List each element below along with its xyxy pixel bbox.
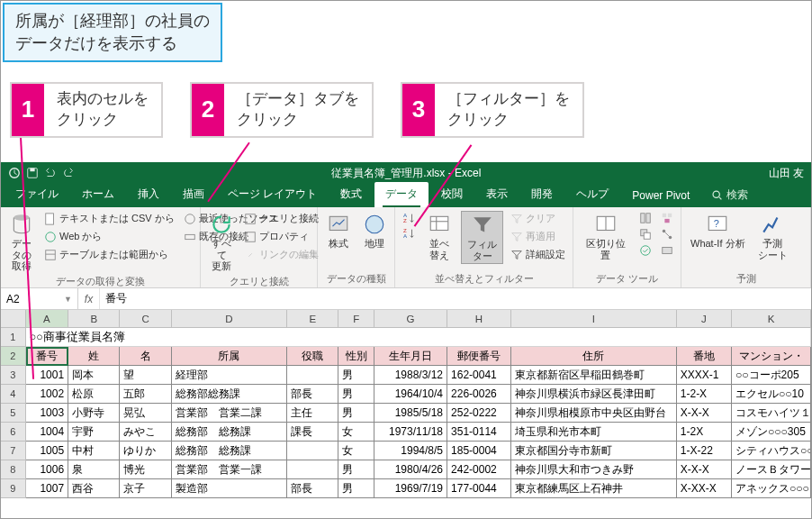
from-table-button[interactable]: テーブルまたは範囲から bbox=[42, 247, 176, 262]
relationships-button[interactable] bbox=[659, 227, 675, 241]
data-cell[interactable]: 252-0222 bbox=[447, 404, 511, 423]
data-cell[interactable]: 1-2-X bbox=[677, 385, 732, 404]
data-cell[interactable]: 岡本 bbox=[68, 366, 120, 385]
save-icon[interactable] bbox=[26, 167, 39, 179]
tab-developer[interactable]: 開発 bbox=[520, 182, 564, 207]
data-cell[interactable]: X-X-X bbox=[677, 404, 732, 423]
properties-button[interactable]: プロパティ bbox=[242, 229, 320, 244]
sort-button[interactable]: 並べ替え bbox=[422, 211, 456, 262]
data-cell[interactable]: 1-2X bbox=[677, 423, 732, 442]
header-cell[interactable]: マンション・ bbox=[732, 347, 811, 366]
col-B[interactable]: B bbox=[68, 310, 120, 327]
remove-duplicates-button[interactable] bbox=[637, 227, 654, 241]
data-cell[interactable]: 177-0044 bbox=[447, 479, 511, 498]
data-cell[interactable]: 1004 bbox=[26, 423, 68, 442]
data-cell[interactable]: 1994/8/5 bbox=[374, 442, 447, 460]
data-cell[interactable]: 1003 bbox=[26, 404, 68, 423]
data-cell[interactable]: XXXX-1 bbox=[677, 366, 732, 385]
advanced-filter-button[interactable]: 詳細設定 bbox=[509, 247, 567, 262]
tab-home[interactable]: ホーム bbox=[71, 182, 125, 207]
data-cell[interactable]: 神奈川県横浜市緑区長津田町 bbox=[511, 385, 677, 404]
header-cell[interactable]: 性別 bbox=[338, 347, 374, 366]
manage-model-button[interactable] bbox=[659, 243, 675, 258]
data-cell[interactable]: みやこ bbox=[120, 423, 171, 442]
data-cell[interactable]: 1-X-22 bbox=[677, 442, 732, 460]
data-cell[interactable]: 営業部 営業一課 bbox=[172, 460, 287, 479]
data-cell[interactable]: 東京都新宿区早稲田鶴巻町 bbox=[511, 366, 677, 385]
queries-connections-button[interactable]: クエリと接続 bbox=[242, 211, 320, 226]
data-cell[interactable]: 京子 bbox=[120, 479, 171, 498]
undo-icon[interactable] bbox=[44, 167, 57, 179]
data-cell[interactable]: コスモハイツ１０ bbox=[732, 404, 811, 423]
data-cell[interactable]: 神奈川県相模原市中央区由野台 bbox=[511, 404, 677, 423]
col-E[interactable]: E bbox=[287, 310, 338, 327]
data-cell[interactable]: 男 bbox=[338, 404, 374, 423]
clear-filter-button[interactable]: クリア bbox=[509, 211, 567, 226]
col-A[interactable]: A bbox=[26, 310, 68, 327]
filter-button[interactable]: フィルター bbox=[461, 211, 503, 264]
col-D[interactable]: D bbox=[172, 310, 287, 327]
whatif-button[interactable]: ?What-If 分析 bbox=[687, 211, 749, 251]
stocks-button[interactable]: 株式 bbox=[323, 211, 354, 251]
data-cell[interactable]: 部長 bbox=[287, 479, 338, 498]
data-cell[interactable]: 晃弘 bbox=[120, 404, 171, 423]
data-cell[interactable]: 185-0004 bbox=[447, 442, 511, 460]
forecast-sheet-button[interactable]: 予測 シート bbox=[754, 211, 791, 262]
data-cell[interactable]: 東京都国分寺市新町 bbox=[511, 442, 677, 460]
data-cell[interactable]: エクセル○○10 bbox=[732, 385, 811, 404]
data-cell[interactable]: シティハウス○○ bbox=[732, 442, 811, 460]
data-cell[interactable]: 製造部 bbox=[172, 479, 287, 498]
consolidate-button[interactable] bbox=[659, 211, 675, 225]
sort-za-button[interactable]: ZA bbox=[401, 226, 417, 241]
data-cell[interactable]: メゾン○○○305 bbox=[732, 423, 811, 442]
tab-powerpivot[interactable]: Power Pivot bbox=[621, 185, 700, 207]
redo-icon[interactable] bbox=[62, 167, 75, 179]
tab-formulas[interactable]: 数式 bbox=[329, 182, 373, 207]
col-G[interactable]: G bbox=[374, 310, 447, 327]
data-cell[interactable]: 1005 bbox=[26, 442, 68, 460]
data-cell[interactable]: 1985/5/18 bbox=[374, 404, 447, 423]
select-all-corner[interactable] bbox=[1, 310, 26, 327]
data-cell[interactable]: X-XX-X bbox=[677, 479, 732, 498]
tab-pagelayout[interactable]: ページ レイアウト bbox=[217, 182, 328, 207]
row-header[interactable]: 1 bbox=[1, 328, 26, 347]
data-cell[interactable]: 博光 bbox=[120, 460, 171, 479]
data-cell[interactable]: 西谷 bbox=[68, 479, 120, 498]
header-cell[interactable]: 番地 bbox=[677, 347, 732, 366]
data-cell[interactable]: 東京都練馬区上石神井 bbox=[511, 479, 677, 498]
data-cell[interactable]: 営業部 営業二課 bbox=[172, 404, 287, 423]
data-cell[interactable]: 1007 bbox=[26, 479, 68, 498]
data-cell[interactable]: 1969/7/19 bbox=[374, 479, 447, 498]
header-cell[interactable]: 役職 bbox=[287, 347, 338, 366]
sheet-title-cell[interactable]: ○○商事従業員名簿 bbox=[26, 328, 811, 347]
col-K[interactable]: K bbox=[732, 310, 811, 327]
data-cell[interactable]: 1006 bbox=[26, 460, 68, 479]
data-cell[interactable]: ○○コーポ205 bbox=[732, 366, 811, 385]
data-cell[interactable]: 松原 bbox=[68, 385, 120, 404]
header-cell[interactable]: 姓 bbox=[68, 347, 120, 366]
data-cell[interactable]: 総務部 総務課 bbox=[172, 442, 287, 460]
header-cell[interactable]: 生年月日 bbox=[374, 347, 447, 366]
data-cell[interactable]: 1988/3/12 bbox=[374, 366, 447, 385]
data-cell[interactable]: 五郎 bbox=[120, 385, 171, 404]
from-text-csv-button[interactable]: テキストまたは CSV から bbox=[42, 211, 176, 226]
search-tab[interactable]: 検索 bbox=[702, 183, 757, 207]
header-cell[interactable]: 名 bbox=[120, 347, 171, 366]
header-cell[interactable]: 住所 bbox=[511, 347, 677, 366]
data-cell[interactable]: 男 bbox=[338, 366, 374, 385]
data-cell[interactable]: 総務部 総務課 bbox=[172, 423, 287, 442]
data-cell[interactable]: 総務部総務課 bbox=[172, 385, 287, 404]
header-cell[interactable]: 所属 bbox=[172, 347, 287, 366]
data-cell[interactable]: 162-0041 bbox=[447, 366, 511, 385]
get-data-button[interactable]: データの 取得 bbox=[6, 211, 37, 274]
data-cell[interactable]: X-X-X bbox=[677, 460, 732, 479]
tab-view[interactable]: 表示 bbox=[475, 182, 519, 207]
data-cell[interactable]: 1964/10/4 bbox=[374, 385, 447, 404]
data-cell[interactable]: 1980/4/26 bbox=[374, 460, 447, 479]
tab-data[interactable]: データ bbox=[374, 182, 429, 207]
row-header[interactable]: 4 bbox=[1, 385, 26, 404]
data-cell[interactable]: 351-0114 bbox=[447, 423, 511, 442]
data-cell[interactable]: ノースＢタワー40 bbox=[732, 460, 811, 479]
data-cell[interactable]: 課長 bbox=[287, 423, 338, 442]
data-cell[interactable] bbox=[287, 460, 338, 479]
